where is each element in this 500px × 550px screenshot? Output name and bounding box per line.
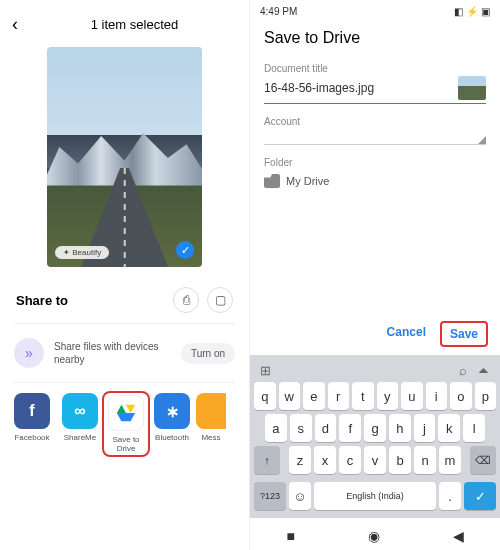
share-heading: Share to	[16, 293, 165, 308]
keyboard-row-3: ↑ zxcvbnm ⌫	[254, 446, 496, 478]
save-button[interactable]: Save	[440, 321, 488, 347]
keyboard-mic-icon[interactable]: ⏶	[477, 363, 490, 378]
account-dropdown[interactable]	[264, 129, 486, 145]
nav-bar: ■ ◉ ◀	[250, 518, 500, 550]
key-i[interactable]: i	[426, 382, 448, 410]
key-w[interactable]: w	[279, 382, 301, 410]
emoji-key[interactable]: ☺	[289, 482, 311, 510]
divider	[14, 323, 235, 324]
messages-icon	[196, 393, 226, 429]
account-field[interactable]: Account	[250, 112, 500, 153]
key-x[interactable]: x	[314, 446, 336, 474]
facebook-icon: f	[14, 393, 50, 429]
nearby-share-row[interactable]: » Share files with devices nearby Turn o…	[0, 328, 249, 378]
key-y[interactable]: y	[377, 382, 399, 410]
nav-back-icon[interactable]: ◀	[453, 528, 464, 544]
share-screen: ‹ 1 item selected ✦ Beautify ✓ Share to …	[0, 0, 250, 550]
app-share-row: f Facebook ∞ ShareMe Save to Drive ∗ Blu…	[0, 387, 249, 469]
share-to-row: Share to ⎙ ▢	[0, 273, 249, 319]
divider	[14, 382, 235, 383]
key-m[interactable]: m	[439, 446, 461, 474]
keyboard-toolbar: ⊞ ⌕ ⏶	[254, 359, 496, 382]
keyboard-search-icon[interactable]: ⌕	[459, 363, 467, 378]
nearby-label: Share files with devices nearby	[44, 340, 181, 366]
account-label: Account	[264, 116, 486, 127]
key-z[interactable]: z	[289, 446, 311, 474]
header: ‹ 1 item selected	[0, 0, 249, 43]
key-q[interactable]: q	[254, 382, 276, 410]
shareme-icon: ∞	[62, 393, 98, 429]
key-n[interactable]: n	[414, 446, 436, 474]
key-s[interactable]: s	[290, 414, 312, 442]
key-v[interactable]: v	[364, 446, 386, 474]
keyboard-apps-icon[interactable]: ⊞	[260, 363, 459, 378]
beautify-chip[interactable]: ✦ Beautify	[55, 246, 109, 259]
selected-photo[interactable]: ✦ Beautify ✓	[47, 47, 202, 267]
key-o[interactable]: o	[450, 382, 472, 410]
folder-icon	[264, 174, 280, 188]
key-t[interactable]: t	[352, 382, 374, 410]
status-time: 4:49 PM	[260, 6, 454, 17]
dialog-actions: Cancel Save	[250, 313, 500, 355]
drive-icon	[108, 395, 144, 431]
selected-check-icon[interactable]: ✓	[176, 241, 194, 259]
keyboard-row-1: qwertyuiop	[254, 382, 496, 410]
status-icons: ◧ ⚡ ▣	[454, 6, 490, 17]
key-u[interactable]: u	[401, 382, 423, 410]
key-j[interactable]: j	[414, 414, 436, 442]
share-app-shareme[interactable]: ∞ ShareMe	[56, 393, 104, 455]
share-app-facebook[interactable]: f Facebook	[8, 393, 56, 455]
key-p[interactable]: p	[475, 382, 497, 410]
key-b[interactable]: b	[389, 446, 411, 474]
key-r[interactable]: r	[328, 382, 350, 410]
nearby-icon: »	[14, 338, 44, 368]
share-app-save-to-drive[interactable]: Save to Drive	[102, 391, 150, 457]
key-k[interactable]: k	[438, 414, 460, 442]
keyboard-row-4: ?123 ☺ English (India) . ✓	[254, 482, 496, 510]
share-app-bluetooth[interactable]: ∗ Bluetooth	[148, 393, 196, 455]
key-e[interactable]: e	[303, 382, 325, 410]
back-icon[interactable]: ‹	[12, 14, 32, 35]
print-icon[interactable]: ⎙	[173, 287, 199, 313]
key-c[interactable]: c	[339, 446, 361, 474]
bluetooth-icon: ∗	[154, 393, 190, 429]
document-thumbnail	[458, 76, 486, 100]
key-a[interactable]: a	[265, 414, 287, 442]
cast-icon[interactable]: ▢	[207, 287, 233, 313]
keyboard-row-3-letters: zxcvbnm	[283, 446, 467, 474]
key-f[interactable]: f	[339, 414, 361, 442]
nav-home-icon[interactable]: ◉	[368, 528, 380, 544]
nav-recent-icon[interactable]: ■	[286, 528, 294, 544]
keyboard-row-2: asdfghjkl	[254, 414, 496, 442]
save-to-drive-screen: 4:49 PM ◧ ⚡ ▣ Save to Drive Document tit…	[250, 0, 500, 550]
page-title: 1 item selected	[32, 17, 237, 32]
enter-key[interactable]: ✓	[464, 482, 496, 510]
turn-on-button[interactable]: Turn on	[181, 343, 235, 364]
share-app-messages[interactable]: Mess	[196, 393, 226, 455]
key-g[interactable]: g	[364, 414, 386, 442]
status-bar: 4:49 PM ◧ ⚡ ▣	[250, 0, 500, 23]
document-title-label: Document title	[264, 63, 486, 74]
cancel-button[interactable]: Cancel	[379, 321, 434, 347]
key-l[interactable]: l	[463, 414, 485, 442]
space-key[interactable]: English (India)	[314, 482, 436, 510]
photo-preview: ✦ Beautify ✓	[0, 43, 249, 273]
period-key[interactable]: .	[439, 482, 461, 510]
dialog-title: Save to Drive	[250, 23, 500, 59]
backspace-key[interactable]: ⌫	[470, 446, 496, 474]
document-title-field: Document title	[250, 59, 500, 112]
key-d[interactable]: d	[315, 414, 337, 442]
folder-field[interactable]: Folder My Drive	[250, 153, 500, 196]
key-h[interactable]: h	[389, 414, 411, 442]
symbols-key[interactable]: ?123	[254, 482, 286, 510]
shift-key[interactable]: ↑	[254, 446, 280, 474]
folder-label: Folder	[264, 157, 486, 168]
keyboard: ⊞ ⌕ ⏶ qwertyuiop asdfghjkl ↑ zxcvbnm ⌫ ?…	[250, 355, 500, 518]
document-title-input[interactable]	[264, 81, 458, 95]
folder-value: My Drive	[286, 175, 329, 187]
